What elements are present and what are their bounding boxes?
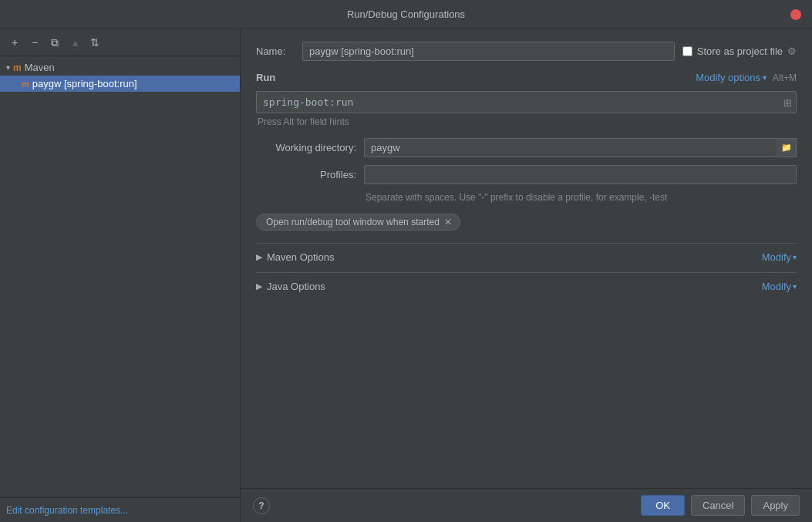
main-layout: + − ⧉ ▴ ⇅ ▾ m Maven	[0, 29, 812, 522]
java-options-modify-button[interactable]: Modify ▾	[762, 281, 797, 292]
java-options-section: ▶ Java Options Modify ▾	[256, 272, 797, 300]
tree-group-maven: ▾ m Maven m paygw [spring-boot:run]	[0, 59, 240, 92]
tool-window-chip-label: Open run/debug tool window when started	[266, 217, 440, 227]
working-directory-browse-button[interactable]: 📁	[777, 138, 797, 157]
maven-run-icon: m	[22, 79, 29, 89]
profiles-input[interactable]	[364, 165, 797, 184]
folder-icon: 📁	[781, 143, 792, 153]
field-hint: Press Alt for field hints	[256, 116, 797, 127]
name-input[interactable]	[302, 42, 675, 61]
chevron-down-icon: ▾	[6, 63, 10, 72]
gear-icon[interactable]: ⚙	[787, 45, 797, 57]
command-field[interactable]	[256, 91, 797, 113]
browse-icon: ⊞	[783, 96, 792, 108]
move-up-button[interactable]: ▴	[66, 34, 83, 51]
working-directory-input[interactable]	[364, 138, 797, 157]
tree-item-paygw[interactable]: m paygw [spring-boot:run]	[0, 76, 240, 92]
profiles-label: Profiles:	[256, 169, 356, 180]
sidebar-bottom: Edit configuration templates...	[0, 497, 240, 522]
chevron-down-icon: ▾	[763, 73, 767, 82]
maven-icon: m	[13, 62, 22, 73]
store-as-project-file-checkbox[interactable]	[682, 46, 692, 56]
copy-config-button[interactable]: ⧉	[46, 34, 63, 51]
help-icon: ?	[258, 500, 264, 511]
working-directory-input-wrapper: 📁	[364, 138, 797, 157]
command-field-wrapper: ⊞	[256, 91, 797, 113]
content-panel: Name: Store as project file ⚙ Run Modify…	[241, 29, 812, 522]
tree-group-label: Maven	[25, 62, 55, 73]
tool-window-chip-close[interactable]: ✕	[444, 217, 452, 227]
add-config-button[interactable]: +	[6, 34, 23, 51]
java-options-title: Java Options	[267, 281, 325, 292]
working-directory-row: Working directory: 📁	[256, 138, 797, 157]
action-buttons: OK Cancel Apply	[641, 495, 800, 516]
name-row: Name: Store as project file ⚙	[256, 42, 797, 61]
modify-options-button[interactable]: Modify options ▾	[696, 72, 767, 83]
maven-options-modify-button[interactable]: Modify ▾	[762, 251, 797, 263]
working-directory-label: Working directory:	[256, 142, 356, 153]
sidebar-tree: ▾ m Maven m paygw [spring-boot:run]	[0, 56, 240, 497]
modify-options-area: Modify options ▾ Alt+M	[696, 72, 797, 83]
chevron-down-icon: ▾	[793, 253, 797, 261]
store-checkbox-area: Store as project file ⚙	[682, 45, 797, 57]
dialog-title: Run/Debug Configurations	[347, 8, 465, 20]
name-label: Name:	[256, 45, 295, 57]
profiles-row: Profiles:	[256, 165, 797, 184]
modify-options-shortcut: Alt+M	[773, 72, 797, 83]
run-section-title: Run	[256, 72, 275, 83]
apply-button[interactable]: Apply	[751, 495, 800, 516]
maven-options-title: Maven Options	[267, 251, 334, 263]
modify-options-label: Modify options	[696, 72, 760, 83]
java-options-left: ▶ Java Options	[256, 281, 325, 292]
java-options-header[interactable]: ▶ Java Options Modify ▾	[256, 273, 797, 300]
chevron-right-icon: ▶	[256, 281, 262, 291]
java-modify-label: Modify	[762, 281, 791, 292]
tree-group-header-maven[interactable]: ▾ m Maven	[0, 59, 240, 76]
close-button[interactable]	[790, 9, 801, 20]
remove-config-button[interactable]: −	[26, 34, 43, 51]
tool-window-chip: Open run/debug tool window when started …	[256, 214, 460, 231]
maven-modify-label: Modify	[762, 251, 791, 263]
cancel-button[interactable]: Cancel	[691, 495, 745, 516]
profiles-hint: Separate with spaces. Use "-" prefix to …	[256, 192, 797, 203]
maven-options-header[interactable]: ▶ Maven Options Modify ▾	[256, 244, 797, 271]
tree-item-label: paygw [spring-boot:run]	[32, 78, 137, 89]
sidebar: + − ⧉ ▴ ⇅ ▾ m Maven	[0, 29, 241, 522]
run-section-header: Run Modify options ▾ Alt+M	[256, 72, 797, 83]
ok-button[interactable]: OK	[641, 495, 685, 516]
tool-window-chip-area: Open run/debug tool window when started …	[256, 214, 797, 243]
help-button[interactable]: ?	[253, 497, 270, 514]
title-bar: Run/Debug Configurations	[0, 0, 812, 29]
maven-options-section: ▶ Maven Options Modify ▾	[256, 243, 797, 271]
content-scroll: Name: Store as project file ⚙ Run Modify…	[241, 29, 812, 488]
sidebar-toolbar: + − ⧉ ▴ ⇅	[0, 29, 240, 56]
edit-templates-link[interactable]: Edit configuration templates...	[6, 505, 128, 516]
maven-options-left: ▶ Maven Options	[256, 251, 334, 263]
chevron-down-icon: ▾	[793, 282, 797, 291]
sort-button[interactable]: ⇅	[86, 34, 103, 51]
chevron-right-icon: ▶	[256, 252, 262, 262]
store-as-project-file-label: Store as project file	[697, 45, 783, 57]
bottom-bar: ? OK Cancel Apply	[241, 488, 812, 522]
